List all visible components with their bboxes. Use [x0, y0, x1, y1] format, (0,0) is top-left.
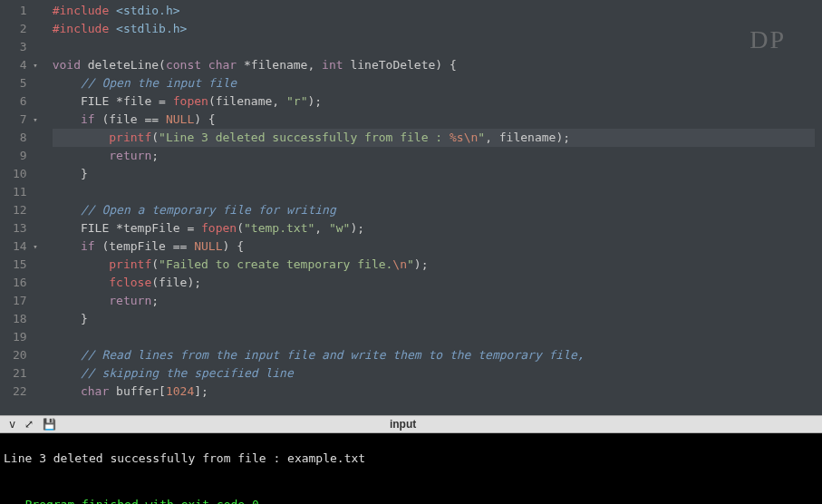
line-number: 11 [13, 183, 38, 201]
code-line[interactable]: // Open the input file [53, 74, 815, 92]
code-line[interactable]: printf("Failed to create temporary file.… [53, 256, 815, 274]
code-line[interactable]: } [53, 165, 815, 183]
line-number: 12 [13, 201, 38, 219]
code-line[interactable]: // Read lines from the input file and wr… [53, 346, 815, 364]
line-number: 4▾ [13, 56, 38, 74]
line-number: 20 [13, 346, 38, 364]
line-number: 22 [13, 383, 38, 401]
code-line[interactable]: // skipping the specified line [53, 364, 815, 383]
code-area[interactable]: #include <stdio.h>#include <stdlib.h>voi… [45, 0, 822, 415]
code-line[interactable]: // Open a temporary file for writing [53, 201, 815, 219]
code-line[interactable]: #include <stdlib.h> [53, 20, 815, 38]
editor-pane: DP 1234▾567▾891011121314▾151617181920212… [0, 0, 822, 415]
line-number: 5 [13, 74, 38, 92]
line-number: 6 [13, 92, 38, 111]
line-number: 8 [13, 129, 38, 147]
console-title: input [56, 418, 749, 431]
line-number: 3 [13, 38, 38, 56]
code-line[interactable]: printf("Line 3 deleted successfully from… [53, 129, 815, 147]
code-line[interactable]: FILE *file = fopen(filename, "r"); [53, 92, 815, 111]
console-output[interactable]: Line 3 deleted successfully from file : … [0, 433, 822, 504]
code-line[interactable]: if (file == NULL) { [53, 111, 815, 129]
code-line[interactable]: if (tempFile == NULL) { [53, 237, 815, 256]
code-line[interactable]: fclose(file); [53, 274, 815, 292]
line-number: 2 [13, 20, 38, 38]
line-number: 1 [13, 2, 38, 20]
line-number: 15 [13, 256, 38, 274]
fold-icon[interactable]: ▾ [31, 56, 38, 74]
line-number: 19 [13, 328, 38, 346]
gutter: 1234▾567▾891011121314▾1516171819202122 [0, 0, 45, 415]
console-exit: ...Program finished with exit code 0 [4, 498, 259, 504]
line-number: 17 [13, 292, 38, 310]
line-number: 13 [13, 219, 38, 237]
line-number: 9 [13, 147, 38, 165]
line-number: 18 [13, 310, 38, 328]
code-line[interactable]: char buffer[1024]; [53, 383, 815, 401]
code-line[interactable]: return; [53, 292, 815, 310]
save-icon[interactable]: 💾 [43, 418, 56, 431]
code-line[interactable]: void deleteLine(const char *filename, in… [53, 56, 815, 74]
line-number: 16 [13, 274, 38, 292]
console-line: Line 3 deleted successfully from file : … [4, 451, 365, 465]
fold-icon[interactable]: ▾ [31, 111, 38, 129]
expand-icon[interactable]: ⤢ [24, 418, 34, 431]
code-line[interactable] [53, 328, 815, 346]
code-line[interactable] [53, 183, 815, 201]
console-toolbar: v ⤢ 💾 input [0, 415, 822, 433]
code-line[interactable]: } [53, 310, 815, 328]
toolbar-icons: v ⤢ 💾 [0, 418, 56, 431]
code-line[interactable]: FILE *tempFile = fopen("temp.txt", "w"); [53, 219, 815, 237]
line-number: 21 [13, 364, 38, 383]
line-number: 14▾ [13, 237, 38, 256]
watermark: DP [749, 25, 786, 54]
code-line[interactable] [53, 38, 815, 56]
fold-icon[interactable]: ▾ [31, 237, 38, 256]
code-line[interactable]: #include <stdio.h> [53, 2, 815, 20]
line-number: 7▾ [13, 111, 38, 129]
code-line[interactable]: return; [53, 147, 815, 165]
line-number: 10 [13, 165, 38, 183]
collapse-icon[interactable]: v [9, 418, 15, 431]
